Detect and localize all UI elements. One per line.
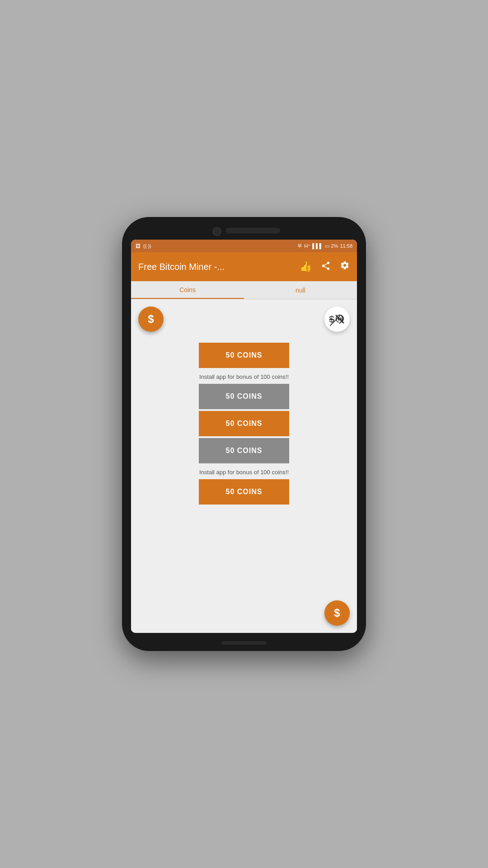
battery-icon: ▭: [325, 243, 329, 249]
coins-list: 50 COINS Install app for bonus of 100 co…: [138, 343, 350, 506]
fab-dollar-bottom[interactable]: $: [324, 600, 350, 626]
coin-button-1[interactable]: 50 COINS: [199, 343, 289, 368]
tab-null[interactable]: null: [244, 281, 357, 299]
status-left-icons: 🖼 ((·)): [136, 243, 151, 249]
coin-button-2[interactable]: 50 COINS: [199, 384, 289, 409]
app-bar: Free Bitcoin Miner -... 👍: [131, 252, 357, 281]
dollar-icon-bottom: $: [334, 607, 340, 619]
data-icon: H⁺: [304, 243, 310, 249]
settings-button[interactable]: [340, 260, 350, 273]
tab-coins[interactable]: Coins: [131, 281, 244, 299]
fab-dollar-top[interactable]: $: [138, 307, 164, 332]
bonus-text-2: Install app for bonus of 100 coins!!: [199, 469, 289, 476]
battery-percent: 2%: [331, 243, 338, 249]
share-button[interactable]: [321, 261, 331, 273]
tab-bar: Coins null: [131, 281, 357, 299]
noprice-icon: $: [329, 314, 334, 325]
status-right-info: ⛧ H⁺ ▌▌▌ ▭ 2% 11:58: [297, 243, 352, 249]
camera: [212, 227, 221, 236]
status-bar: 🖼 ((·)) ⛧ H⁺ ▌▌▌ ▭ 2% 11:58: [131, 240, 357, 252]
home-button[interactable]: [221, 641, 267, 645]
signal-bars-icon: ▌▌▌: [312, 243, 323, 249]
coin-button-5[interactable]: 50 COINS: [199, 479, 289, 505]
network-icon: ⛧: [297, 243, 302, 249]
app-title: Free Bitcoin Miner -...: [138, 262, 294, 272]
app-bar-actions: 👍: [300, 260, 350, 273]
coin-button-3[interactable]: 50 COINS: [199, 411, 289, 436]
clock: 11:58: [340, 243, 352, 249]
screen: 🖼 ((·)) ⛧ H⁺ ▌▌▌ ▭ 2% 11:58 Free Bitcoin…: [131, 240, 357, 633]
fab-noprice-top[interactable]: $: [324, 307, 350, 332]
signal-icon: ((·)): [143, 243, 151, 249]
wifi-calling-icon: 🖼: [136, 243, 141, 249]
dollar-icon-top: $: [148, 313, 154, 326]
bonus-text-1: Install app for bonus of 100 coins!!: [199, 373, 289, 380]
thumbsup-button[interactable]: 👍: [300, 261, 312, 273]
phone-frame: 🖼 ((·)) ⛧ H⁺ ▌▌▌ ▭ 2% 11:58 Free Bitcoin…: [122, 217, 366, 651]
speaker: [226, 228, 280, 233]
coin-button-4[interactable]: 50 COINS: [199, 438, 289, 463]
content-area: $ $ 50 COINS Install app for bonus of 10…: [131, 299, 357, 633]
